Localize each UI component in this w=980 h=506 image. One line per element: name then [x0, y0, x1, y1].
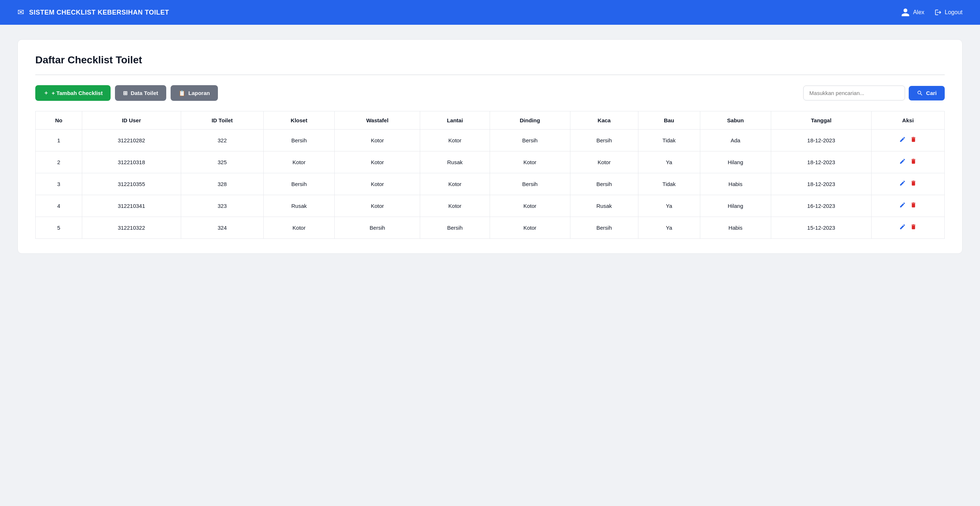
cell-no: 5 — [36, 217, 82, 239]
cell-no: 2 — [36, 152, 82, 173]
logout-icon — [934, 9, 942, 16]
laporan-label: Laporan — [188, 90, 210, 96]
cell-no: 3 — [36, 173, 82, 195]
cell-kaca: Bersih — [570, 129, 638, 152]
pencil-icon — [899, 158, 906, 164]
table-icon: ⊞ — [123, 90, 128, 96]
cell-tanggal: 18-12-2023 — [771, 152, 871, 173]
cell-id-user: 312210322 — [82, 217, 181, 239]
tambah-checklist-button[interactable]: ＋ + Tambah Checklist — [35, 85, 111, 101]
cell-id-user: 312210341 — [82, 195, 181, 217]
col-dinding: Dinding — [490, 112, 570, 129]
trash-icon — [910, 202, 917, 208]
cell-aksi — [871, 195, 944, 217]
cell-id-user: 312210318 — [82, 152, 181, 173]
pencil-icon — [899, 223, 906, 230]
table-row: 1 312210282 322 Bersih Kotor Kotor Bersi… — [36, 129, 945, 152]
col-aksi: Aksi — [871, 112, 944, 129]
col-wastafel: Wastafel — [335, 112, 420, 129]
pencil-icon — [899, 180, 906, 187]
toolbar-right: Cari — [803, 86, 945, 101]
delete-button[interactable] — [910, 136, 917, 145]
data-toilet-label: Data Toilet — [130, 90, 158, 96]
cell-tanggal: 18-12-2023 — [771, 129, 871, 152]
cell-wastafel: Kotor — [335, 173, 420, 195]
edit-button[interactable] — [899, 136, 906, 145]
user-info: Alex — [901, 8, 924, 17]
cell-wastafel: Kotor — [335, 152, 420, 173]
header: ✉ SISTEM CHECKLIST KEBERSIHAN TOILET Ale… — [0, 0, 980, 25]
cell-dinding: Bersih — [490, 129, 570, 152]
edit-button[interactable] — [899, 158, 906, 166]
cari-button[interactable]: Cari — [909, 86, 945, 101]
page-title: Daftar Checklist Toilet — [35, 54, 945, 66]
col-kaca: Kaca — [570, 112, 638, 129]
col-no: No — [36, 112, 82, 129]
search-icon — [917, 90, 923, 96]
cell-bau: Ya — [638, 152, 700, 173]
cell-id-user: 312210355 — [82, 173, 181, 195]
col-id-toilet: ID Toilet — [181, 112, 263, 129]
cell-sabun: Ada — [700, 129, 771, 152]
cari-label: Cari — [926, 90, 937, 96]
toolbar: ＋ + Tambah Checklist ⊞ Data Toilet 📋 Lap… — [35, 85, 945, 101]
table-row: 5 312210322 324 Kotor Bersih Bersih Koto… — [36, 217, 945, 239]
logout-button[interactable]: Logout — [934, 9, 963, 16]
cell-bau: Ya — [638, 195, 700, 217]
delete-button[interactable] — [910, 180, 917, 188]
cell-kloset: Kotor — [263, 217, 334, 239]
laporan-button[interactable]: 📋 Laporan — [170, 85, 218, 101]
cell-tanggal: 18-12-2023 — [771, 173, 871, 195]
delete-button[interactable] — [910, 202, 917, 210]
cell-id-toilet: 324 — [181, 217, 263, 239]
table-row: 4 312210341 323 Rusak Kotor Kotor Kotor … — [36, 195, 945, 217]
table-row: 3 312210355 328 Bersih Kotor Kotor Bersi… — [36, 173, 945, 195]
col-tanggal: Tanggal — [771, 112, 871, 129]
user-name: Alex — [913, 9, 924, 16]
cell-aksi — [871, 152, 944, 173]
cell-id-user: 312210282 — [82, 129, 181, 152]
cell-sabun: Hilang — [700, 152, 771, 173]
cell-wastafel: Bersih — [335, 217, 420, 239]
cell-id-toilet: 325 — [181, 152, 263, 173]
trash-icon — [910, 180, 917, 187]
cell-no: 1 — [36, 129, 82, 152]
report-icon: 📋 — [178, 90, 186, 96]
delete-button[interactable] — [910, 223, 917, 232]
app-title: SISTEM CHECKLIST KEBERSIHAN TOILET — [29, 9, 169, 16]
cell-bau: Tidak — [638, 173, 700, 195]
toolbar-left: ＋ + Tambah Checklist ⊞ Data Toilet 📋 Lap… — [35, 85, 218, 101]
edit-button[interactable] — [899, 223, 906, 232]
checklist-table: No ID User ID Toilet Kloset Wastafel Lan… — [35, 111, 945, 239]
edit-button[interactable] — [899, 202, 906, 210]
trash-icon — [910, 158, 917, 164]
cell-kaca: Rusak — [570, 195, 638, 217]
cell-id-toilet: 323 — [181, 195, 263, 217]
cell-kaca: Bersih — [570, 217, 638, 239]
cell-aksi — [871, 173, 944, 195]
cell-wastafel: Kotor — [335, 195, 420, 217]
col-bau: Bau — [638, 112, 700, 129]
cell-bau: Ya — [638, 217, 700, 239]
edit-button[interactable] — [899, 180, 906, 188]
cell-lantai: Bersih — [420, 217, 490, 239]
table-header-row: No ID User ID Toilet Kloset Wastafel Lan… — [36, 112, 945, 129]
cell-sabun: Hilang — [700, 195, 771, 217]
cell-id-toilet: 328 — [181, 173, 263, 195]
logout-label: Logout — [945, 9, 963, 16]
cell-sabun: Habis — [700, 217, 771, 239]
cell-kloset: Bersih — [263, 173, 334, 195]
cell-kloset: Bersih — [263, 129, 334, 152]
cell-dinding: Kotor — [490, 152, 570, 173]
delete-button[interactable] — [910, 158, 917, 166]
search-input[interactable] — [803, 86, 905, 101]
header-right: Alex Logout — [901, 8, 963, 17]
tambah-label: + Tambah Checklist — [52, 90, 103, 96]
header-left: ✉ SISTEM CHECKLIST KEBERSIHAN TOILET — [18, 8, 169, 17]
cell-kaca: Bersih — [570, 173, 638, 195]
main-content: Daftar Checklist Toilet ＋ + Tambah Check… — [0, 25, 980, 268]
pencil-icon — [899, 202, 906, 208]
data-toilet-button[interactable]: ⊞ Data Toilet — [115, 85, 166, 101]
cell-bau: Tidak — [638, 129, 700, 152]
card: Daftar Checklist Toilet ＋ + Tambah Check… — [18, 39, 963, 254]
